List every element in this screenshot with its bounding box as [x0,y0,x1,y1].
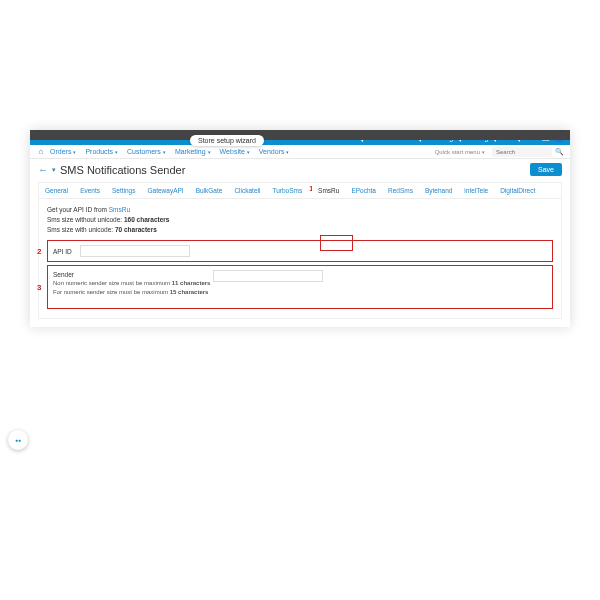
tab-clickatell[interactable]: Clickatell [228,183,266,198]
back-caret-icon: ▾ [52,166,56,174]
search-icon[interactable]: 🔍 [555,148,564,156]
tab-bar: GeneralEventsSettingsGatewayAPIBulkGateC… [39,183,561,199]
app-window: ≡ Add-ons Administration Settings Design… [30,130,570,327]
api-id-row: 2 API ID [47,240,553,262]
quick-start-menu[interactable]: Quick start menu [435,149,486,155]
nav-vendors[interactable]: Vendors [259,148,291,155]
nav-customers[interactable]: Customers [127,148,167,155]
annotation-2: 2 [37,247,41,256]
page-header: ← ▾ SMS Notifications Sender Save [30,159,570,180]
tab-inteltele[interactable]: intelTele [458,183,494,198]
api-id-label: API ID [53,247,72,256]
annotation-3: 3 [37,283,41,292]
sender-label: Sender [53,270,213,279]
setup-wizard-pill[interactable]: Store setup wizard [190,135,264,146]
tab-gatewayapi[interactable]: GatewayAPI [142,183,190,198]
tab-smsru[interactable]: SmsRu [312,183,345,198]
nav-bar: ⌂ Orders Products Customers Marketing We… [30,145,570,159]
sender-row: 3 Sender Non numeric sender size must be… [47,265,553,309]
sender-hint-2: For numeric sender size must be maximum … [53,288,213,296]
chat-fab[interactable]: ●● [8,430,28,450]
smsru-link[interactable]: SmsRu [109,206,130,213]
tab-settings[interactable]: Settings [106,183,142,198]
tab-general[interactable]: General [39,183,74,198]
info-text: Get your API ID from SmsRu Sms size with… [47,205,553,234]
back-button[interactable]: ← [38,164,48,175]
tab-bytehand[interactable]: Bytehand [419,183,458,198]
save-button[interactable]: Save [530,163,562,176]
search-input[interactable] [492,147,552,157]
tab-turbosms[interactable]: TurboSms [266,183,308,198]
tab-redsms[interactable]: RedSms [382,183,419,198]
tab-digitaldirect[interactable]: DigitalDirect [494,183,541,198]
nav-marketing[interactable]: Marketing [175,148,212,155]
tab-epochta[interactable]: EPochta [345,183,382,198]
tab-events[interactable]: Events [74,183,106,198]
sender-hint-1: Non numeric sender size must be maximum … [53,279,213,287]
settings-panel: GeneralEventsSettingsGatewayAPIBulkGateC… [38,182,562,319]
nav-website[interactable]: Website [220,148,251,155]
home-icon[interactable]: ⌂ [36,147,46,156]
page-title: SMS Notifications Sender [60,164,185,176]
tab-content: Get your API ID from SmsRu Sms size with… [39,199,561,318]
api-id-input[interactable] [80,245,190,257]
nav-products[interactable]: Products [85,148,119,155]
tab-bulkgate[interactable]: BulkGate [190,183,229,198]
sender-input[interactable] [213,270,323,282]
nav-orders[interactable]: Orders [50,148,77,155]
